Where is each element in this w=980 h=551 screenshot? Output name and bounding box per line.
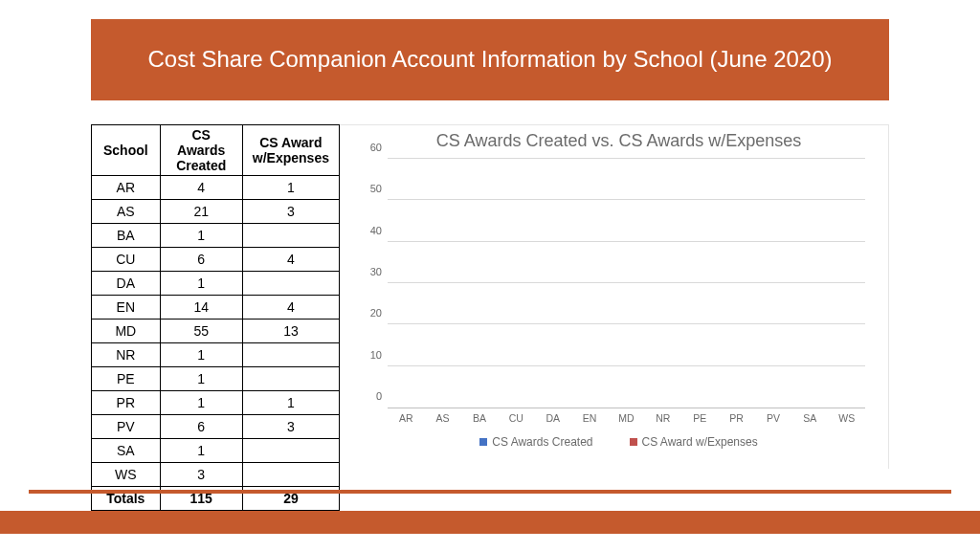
table-cell: MD — [92, 320, 161, 343]
chart-bars — [388, 159, 865, 408]
chart-plot-area: 0102030405060 — [388, 159, 865, 408]
grid-line — [388, 323, 865, 324]
table-cell: 21 — [160, 200, 242, 224]
table-cell: 1 — [160, 224, 242, 248]
grid-line — [388, 282, 865, 283]
table-cell: 55 — [160, 320, 242, 343]
table-row: AS213 — [92, 200, 340, 224]
x-tick-label: BA — [465, 408, 494, 424]
table-cell: CU — [92, 248, 161, 272]
table-cell: 4 — [242, 296, 339, 320]
table-cell — [242, 343, 339, 367]
footer-accent-thick — [0, 511, 980, 534]
table-cell: AR — [92, 176, 161, 200]
x-tick-label: PR — [723, 408, 751, 424]
x-tick-label: CU — [501, 408, 530, 424]
y-tick-label: 60 — [361, 142, 382, 153]
table-cell: 1 — [160, 343, 242, 367]
slide-title-text: Cost Share Companion Account Information… — [147, 44, 832, 75]
table-cell — [242, 272, 339, 296]
footer-accent-thin — [29, 490, 951, 494]
col-school: School — [92, 125, 161, 176]
table-cell: WS — [92, 463, 161, 487]
table-cell: 1 — [242, 391, 339, 415]
table-row: DA1 — [92, 272, 340, 296]
y-tick-label: 30 — [361, 266, 382, 277]
table-cell — [242, 463, 339, 487]
x-tick-label: EN — [575, 408, 604, 424]
table-cell: DA — [92, 272, 161, 296]
x-tick-label: AS — [429, 408, 457, 424]
legend-swatch — [479, 438, 487, 446]
x-tick-label: SA — [795, 408, 824, 424]
y-tick-label: 10 — [361, 349, 382, 361]
chart-x-axis: ARASBACUDAENMDNRPEPRPVSAWS — [388, 408, 865, 424]
y-tick-label: 20 — [361, 307, 382, 319]
legend-item: CS Awards Created — [479, 435, 592, 449]
table-cell: PV — [92, 415, 161, 439]
x-tick-label: AR — [391, 408, 420, 424]
table-cell: PR — [92, 391, 161, 415]
grid-line — [388, 199, 865, 200]
table-cell — [242, 439, 339, 463]
table-cell: 3 — [242, 415, 339, 439]
x-tick-label: PV — [759, 408, 788, 424]
chart-legend: CS Awards CreatedCS Award w/Expenses — [367, 424, 871, 449]
table-cell — [242, 224, 339, 248]
x-tick-label: WS — [833, 408, 861, 424]
table-row: PE1 — [92, 367, 340, 391]
table-header-row: School CS Awards Created CS Award w/Expe… — [92, 125, 340, 176]
legend-item: CS Award w/Expenses — [630, 435, 758, 449]
data-table: School CS Awards Created CS Award w/Expe… — [91, 124, 340, 511]
table-row: CU64 — [92, 248, 340, 272]
y-tick-label: 0 — [361, 390, 382, 402]
table-row: EN144 — [92, 296, 340, 320]
table-cell: 6 — [160, 248, 242, 272]
grid-line — [388, 241, 865, 242]
table-row: AR41 — [92, 176, 340, 200]
table-row: PR11 — [92, 391, 340, 415]
table-cell: 1 — [160, 391, 242, 415]
x-tick-label: MD — [612, 408, 640, 424]
legend-label: CS Award w/Expenses — [642, 435, 758, 449]
table-row: BA1 — [92, 224, 340, 248]
table-cell: 14 — [160, 296, 242, 320]
table-cell: 3 — [242, 200, 339, 224]
table-cell: 6 — [160, 415, 242, 439]
table-cell: 1 — [242, 176, 339, 200]
table-row: WS3 — [92, 463, 340, 487]
table-cell: 1 — [160, 439, 242, 463]
y-tick-label: 40 — [361, 225, 382, 236]
col-expenses: CS Award w/Expenses — [242, 125, 339, 176]
table-cell: 1 — [160, 272, 242, 296]
table-cell: BA — [92, 224, 161, 248]
table-cell: 4 — [160, 176, 242, 200]
slide-title-banner: Cost Share Companion Account Information… — [91, 19, 889, 100]
x-tick-label: PE — [685, 408, 714, 424]
table-cell: SA — [92, 439, 161, 463]
chart-title: CS Awards Created vs. CS Awards w/Expens… — [367, 131, 871, 151]
table-row: NR1 — [92, 343, 340, 367]
table-row: PV63 — [92, 415, 340, 439]
content-area: School CS Awards Created CS Award w/Expe… — [91, 124, 889, 469]
col-created: CS Awards Created — [160, 125, 242, 176]
table-cell — [242, 367, 339, 391]
x-tick-label: NR — [649, 408, 678, 424]
table-row: SA1 — [92, 439, 340, 463]
data-table-wrap: School CS Awards Created CS Award w/Expe… — [91, 124, 340, 469]
y-tick-label: 50 — [361, 183, 382, 194]
table-cell: 4 — [242, 248, 339, 272]
table-row: MD5513 — [92, 320, 340, 343]
table-cell: NR — [92, 343, 161, 367]
table-cell: 13 — [242, 320, 339, 343]
chart-container: CS Awards Created vs. CS Awards w/Expens… — [340, 124, 889, 469]
table-cell: 1 — [160, 367, 242, 391]
legend-label: CS Awards Created — [492, 435, 592, 449]
table-cell: EN — [92, 296, 161, 320]
legend-swatch — [630, 438, 637, 446]
table-cell: PE — [92, 367, 161, 391]
table-cell: 3 — [160, 463, 242, 487]
x-tick-label: DA — [539, 408, 568, 424]
grid-line — [388, 158, 865, 159]
grid-line — [388, 365, 865, 366]
